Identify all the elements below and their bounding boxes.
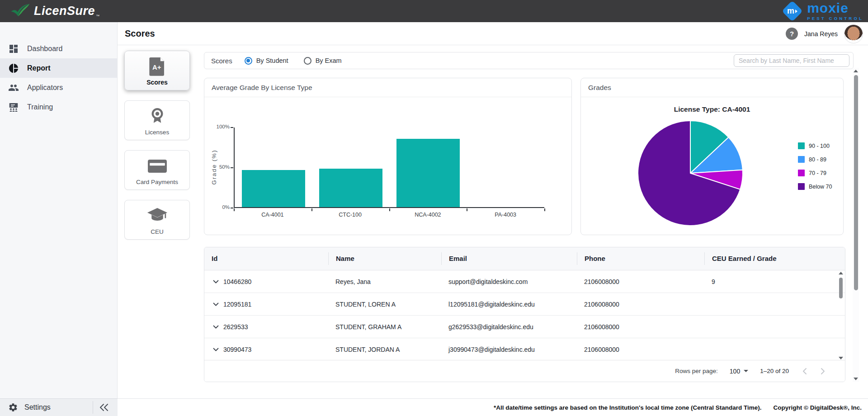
column-header-phone[interactable]: Phone <box>577 252 704 265</box>
report-icon <box>8 63 19 74</box>
cell-phone: 2106008000 <box>577 323 704 331</box>
tool-card-label: Scores <box>146 79 168 86</box>
sidebar-item-report[interactable]: Report <box>0 58 117 78</box>
cell-name: STUDENT, JORDAN A <box>328 346 441 353</box>
sidebar-item-applicators[interactable]: Applicators <box>0 78 117 97</box>
prev-page-button[interactable] <box>801 367 810 376</box>
legend-swatch-icon <box>798 170 805 176</box>
footer-divider <box>93 401 93 414</box>
svg-text:A+: A+ <box>152 63 161 71</box>
table-scrollbar[interactable] <box>838 272 844 359</box>
sidebar-item-label: Report <box>27 64 51 72</box>
user-name: Jana Reyes <box>804 30 838 38</box>
brand-name: LicenSure <box>34 4 95 18</box>
legend-swatch-icon <box>798 156 805 163</box>
legend-label: 70 - 79 <box>809 170 826 176</box>
sidebar-collapse-icon[interactable] <box>99 403 109 411</box>
column-header-email[interactable]: Email <box>441 252 577 265</box>
cell-email: support@digitaldeskinc.com <box>441 278 577 285</box>
gear-icon[interactable] <box>8 402 18 412</box>
sidebar-item-label: Applicators <box>27 84 63 92</box>
legend-label: 90 - 100 <box>809 143 830 149</box>
sidebar-item-label: Training <box>27 103 53 111</box>
legend-item: Below 70 <box>798 183 832 190</box>
row-expand-chevron-icon[interactable] <box>213 303 219 306</box>
sidebar-item-training[interactable]: Training <box>0 97 117 117</box>
moxie-logo: m moxie PEST CONTROL <box>785 0 863 22</box>
tool-card-label: Card Payments <box>136 179 178 185</box>
bar-x-labels: CA-4001CTC-100NCA-4002PA-4003 <box>234 212 544 218</box>
next-page-button[interactable] <box>818 367 827 376</box>
moxie-name: moxie <box>807 1 863 15</box>
cell-id: 2629533 <box>223 323 248 331</box>
bar-plot <box>234 128 544 208</box>
tool-card-label: Licenses <box>145 129 169 136</box>
applicators-icon <box>8 82 19 93</box>
sidebar-item-dashboard[interactable]: Dashboard <box>0 39 117 58</box>
avatar[interactable] <box>844 24 863 43</box>
scroll-down-icon[interactable] <box>839 357 843 359</box>
credit-card-icon <box>147 159 167 175</box>
pie-legend: 90 - 10080 - 8970 - 79Below 70 <box>798 142 832 190</box>
table-header-row: Id Name Email Phone CEU Earned / Grade <box>204 247 845 270</box>
scroll-up-icon[interactable] <box>854 70 858 72</box>
row-expand-chevron-icon[interactable] <box>213 325 219 329</box>
rows-per-page-label: Rows per page: <box>675 368 718 374</box>
rows-per-page-select[interactable]: 100 <box>730 368 748 375</box>
column-header-id[interactable]: Id <box>204 252 328 265</box>
moxie-play-icon <box>795 9 797 13</box>
legend-swatch-icon <box>798 142 805 149</box>
filter-bar: Scores By Student By Exam <box>204 52 854 69</box>
cell-phone: 2106008000 <box>577 346 704 353</box>
scroll-down-icon[interactable] <box>854 378 858 380</box>
training-icon <box>8 102 19 113</box>
radio-selected-icon <box>245 57 252 65</box>
table-pagination: Rows per page: 100 1–20 of 20 <box>204 360 845 382</box>
main-scroll-thumb[interactable] <box>854 75 858 290</box>
moxie-m-letter: m <box>787 6 794 16</box>
bar-chart-title: Average Grade By License Type <box>204 78 571 97</box>
tool-card-scores[interactable]: A+ Scores <box>124 51 190 90</box>
legend-item: 90 - 100 <box>798 142 832 149</box>
table-row[interactable]: 12095181STUDENT, LOREN Al12095181@digita… <box>204 293 845 316</box>
settings-label[interactable]: Settings <box>24 403 51 411</box>
column-header-name[interactable]: Name <box>328 252 441 265</box>
search-input[interactable] <box>734 54 849 67</box>
scroll-up-icon[interactable] <box>839 272 843 274</box>
bar-chart-panel: Average Grade By License Type Grade (%) … <box>204 78 572 235</box>
cell-name: STUDENT, LOREN A <box>328 301 441 308</box>
main-scrollbar[interactable] <box>853 68 859 382</box>
page-header: Scores ? Jana Reyes <box>118 22 868 45</box>
bar-CTC-100 <box>319 169 382 207</box>
help-icon[interactable]: ? <box>786 28 798 40</box>
radio-by-student[interactable]: By Student <box>245 57 288 65</box>
licensure-check-icon <box>9 2 32 20</box>
bar-x-tick-label: NCA-4002 <box>389 212 467 218</box>
filter-label: Scores <box>211 57 232 65</box>
table-row[interactable]: 10466280Reyes, Janasupport@digitaldeskin… <box>204 270 845 293</box>
row-expand-chevron-icon[interactable] <box>213 280 219 284</box>
table-row[interactable]: 30990473STUDENT, JORDAN Aj30990473@digit… <box>204 338 845 361</box>
pie-panel-title: Grades <box>581 78 843 97</box>
legend-item: 70 - 79 <box>798 170 832 176</box>
column-header-ceu[interactable]: CEU Earned / Grade <box>704 252 845 265</box>
table-row[interactable]: 2629533STUDENT, GRAHAM Ag2629533@digital… <box>204 316 845 338</box>
legend-swatch-icon <box>798 183 805 190</box>
tool-card-card-payments[interactable]: Card Payments <box>124 150 190 190</box>
bar-NCA-4002 <box>396 139 460 207</box>
table-scroll-thumb[interactable] <box>839 278 843 298</box>
tool-card-licenses[interactable]: Licenses <box>124 100 190 140</box>
tool-card-ceu[interactable]: CEU <box>124 200 190 240</box>
timezone-note: *All date/time settings are based on the… <box>494 404 762 411</box>
table-body: 10466280Reyes, Janasupport@digitaldeskin… <box>204 270 845 361</box>
legend-label: 80 - 89 <box>809 156 826 163</box>
caret-down-icon <box>744 370 748 372</box>
row-expand-chevron-icon[interactable] <box>213 348 219 351</box>
bar-chart: Grade (%) 0%50%100% CA-4001CTC-100NCA-40… <box>204 97 571 235</box>
bar-x-tick-label: CA-4001 <box>234 212 311 218</box>
bar-x-tick-label: CTC-100 <box>311 212 389 218</box>
dashboard-icon <box>8 43 19 54</box>
pie-chart-panel: Grades License Type: CA-4001 90 - 10080 … <box>580 78 844 235</box>
radio-by-exam[interactable]: By Exam <box>304 57 342 65</box>
cell-id: 30990473 <box>223 346 251 353</box>
